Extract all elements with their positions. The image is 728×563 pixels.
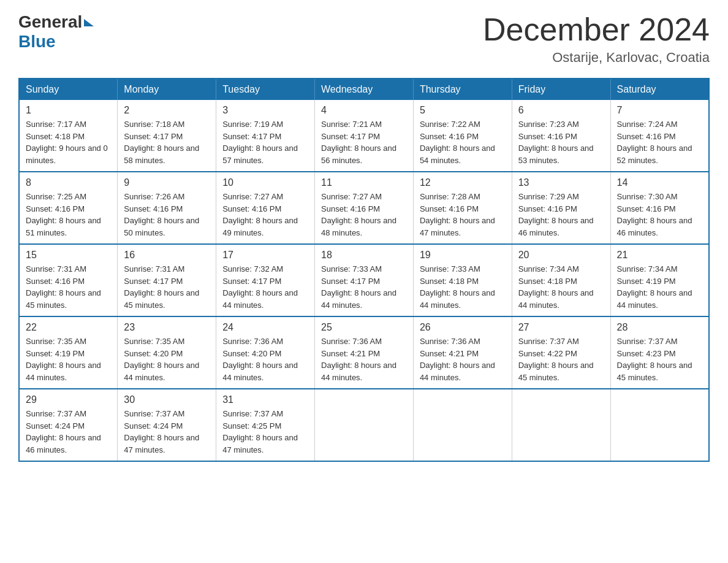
calendar-day-20: 20 Sunrise: 7:34 AMSunset: 4:18 PMDaylig… bbox=[512, 244, 610, 316]
day-info: Sunrise: 7:35 AMSunset: 4:19 PMDaylight:… bbox=[26, 337, 101, 382]
day-number: 30 bbox=[124, 394, 210, 405]
day-number: 18 bbox=[321, 250, 407, 261]
logo-general-text: General bbox=[18, 12, 82, 32]
day-info: Sunrise: 7:33 AMSunset: 4:17 PMDaylight:… bbox=[321, 264, 396, 310]
day-info: Sunrise: 7:26 AMSunset: 4:16 PMDaylight:… bbox=[124, 192, 199, 237]
weekday-header-tuesday: Tuesday bbox=[216, 79, 315, 100]
title-section: December 2024 Ostarije, Karlovac, Croati… bbox=[483, 12, 710, 66]
weekday-header-wednesday: Wednesday bbox=[315, 79, 414, 100]
page-header: General Blue December 2024 Ostarije, Kar… bbox=[18, 12, 710, 66]
day-info: Sunrise: 7:21 AMSunset: 4:17 PMDaylight:… bbox=[321, 120, 396, 165]
month-title: December 2024 bbox=[483, 12, 710, 47]
day-info: Sunrise: 7:23 AMSunset: 4:16 PMDaylight:… bbox=[518, 120, 594, 165]
day-info: Sunrise: 7:37 AMSunset: 4:24 PMDaylight:… bbox=[124, 409, 199, 454]
logo-arrow-icon bbox=[84, 19, 94, 26]
calendar-day-26: 26 Sunrise: 7:36 AMSunset: 4:21 PMDaylig… bbox=[413, 316, 512, 389]
calendar-day-3: 3 Sunrise: 7:19 AMSunset: 4:17 PMDayligh… bbox=[216, 100, 315, 172]
calendar-day-23: 23 Sunrise: 7:35 AMSunset: 4:20 PMDaylig… bbox=[118, 316, 216, 389]
calendar-day-11: 11 Sunrise: 7:27 AMSunset: 4:16 PMDaylig… bbox=[315, 172, 414, 244]
calendar-week-row-1: 1 Sunrise: 7:17 AMSunset: 4:18 PMDayligh… bbox=[19, 100, 709, 172]
calendar-day-30: 30 Sunrise: 7:37 AMSunset: 4:24 PMDaylig… bbox=[118, 389, 216, 461]
calendar-week-row-5: 29 Sunrise: 7:37 AMSunset: 4:24 PMDaylig… bbox=[19, 389, 709, 461]
day-number: 26 bbox=[420, 322, 506, 333]
calendar-day-19: 19 Sunrise: 7:33 AMSunset: 4:18 PMDaylig… bbox=[413, 244, 512, 316]
day-number: 1 bbox=[26, 105, 111, 116]
day-number: 9 bbox=[124, 177, 210, 188]
calendar-table: SundayMondayTuesdayWednesdayThursdayFrid… bbox=[18, 78, 710, 462]
day-number: 22 bbox=[26, 322, 111, 333]
calendar-day-9: 9 Sunrise: 7:26 AMSunset: 4:16 PMDayligh… bbox=[118, 172, 216, 244]
day-info: Sunrise: 7:37 AMSunset: 4:23 PMDaylight:… bbox=[617, 337, 692, 382]
day-info: Sunrise: 7:36 AMSunset: 4:21 PMDaylight:… bbox=[420, 337, 495, 382]
calendar-day-31: 31 Sunrise: 7:37 AMSunset: 4:25 PMDaylig… bbox=[216, 389, 315, 461]
weekday-header-thursday: Thursday bbox=[413, 79, 512, 100]
calendar-day-28: 28 Sunrise: 7:37 AMSunset: 4:23 PMDaylig… bbox=[610, 316, 709, 389]
day-info: Sunrise: 7:27 AMSunset: 4:16 PMDaylight:… bbox=[222, 192, 298, 237]
calendar-day-4: 4 Sunrise: 7:21 AMSunset: 4:17 PMDayligh… bbox=[315, 100, 414, 172]
day-number: 19 bbox=[420, 250, 506, 261]
calendar-day-10: 10 Sunrise: 7:27 AMSunset: 4:16 PMDaylig… bbox=[216, 172, 315, 244]
calendar-day-22: 22 Sunrise: 7:35 AMSunset: 4:19 PMDaylig… bbox=[19, 316, 118, 389]
calendar-day-5: 5 Sunrise: 7:22 AMSunset: 4:16 PMDayligh… bbox=[413, 100, 512, 172]
day-number: 23 bbox=[124, 322, 210, 333]
day-info: Sunrise: 7:37 AMSunset: 4:24 PMDaylight:… bbox=[26, 409, 101, 454]
day-number: 14 bbox=[617, 177, 702, 188]
day-number: 8 bbox=[26, 177, 111, 188]
calendar-day-16: 16 Sunrise: 7:31 AMSunset: 4:17 PMDaylig… bbox=[118, 244, 216, 316]
calendar-day-7: 7 Sunrise: 7:24 AMSunset: 4:16 PMDayligh… bbox=[610, 100, 709, 172]
day-number: 24 bbox=[222, 322, 308, 333]
day-info: Sunrise: 7:30 AMSunset: 4:16 PMDaylight:… bbox=[617, 192, 692, 237]
day-number: 6 bbox=[518, 105, 604, 116]
day-info: Sunrise: 7:36 AMSunset: 4:21 PMDaylight:… bbox=[321, 337, 396, 382]
calendar-day-29: 29 Sunrise: 7:37 AMSunset: 4:24 PMDaylig… bbox=[19, 389, 118, 461]
logo-blue-text: Blue bbox=[18, 32, 56, 52]
calendar-empty-cell bbox=[413, 389, 512, 461]
day-info: Sunrise: 7:29 AMSunset: 4:16 PMDaylight:… bbox=[518, 192, 594, 237]
weekday-header-sunday: Sunday bbox=[19, 79, 118, 100]
day-info: Sunrise: 7:32 AMSunset: 4:17 PMDaylight:… bbox=[222, 264, 298, 310]
day-number: 16 bbox=[124, 250, 210, 261]
day-number: 21 bbox=[617, 250, 702, 261]
calendar-day-1: 1 Sunrise: 7:17 AMSunset: 4:18 PMDayligh… bbox=[19, 100, 118, 172]
day-number: 20 bbox=[518, 250, 604, 261]
day-info: Sunrise: 7:24 AMSunset: 4:16 PMDaylight:… bbox=[617, 120, 692, 165]
calendar-day-15: 15 Sunrise: 7:31 AMSunset: 4:16 PMDaylig… bbox=[19, 244, 118, 316]
weekday-header-friday: Friday bbox=[512, 79, 610, 100]
day-info: Sunrise: 7:33 AMSunset: 4:18 PMDaylight:… bbox=[420, 264, 495, 310]
day-number: 29 bbox=[26, 394, 111, 405]
weekday-header-row: SundayMondayTuesdayWednesdayThursdayFrid… bbox=[19, 79, 709, 100]
calendar-day-14: 14 Sunrise: 7:30 AMSunset: 4:16 PMDaylig… bbox=[610, 172, 709, 244]
day-number: 7 bbox=[617, 105, 702, 116]
day-info: Sunrise: 7:19 AMSunset: 4:17 PMDaylight:… bbox=[222, 120, 298, 165]
weekday-header-monday: Monday bbox=[118, 79, 216, 100]
calendar-day-24: 24 Sunrise: 7:36 AMSunset: 4:20 PMDaylig… bbox=[216, 316, 315, 389]
day-info: Sunrise: 7:37 AMSunset: 4:25 PMDaylight:… bbox=[222, 409, 298, 454]
day-number: 5 bbox=[420, 105, 506, 116]
day-info: Sunrise: 7:18 AMSunset: 4:17 PMDaylight:… bbox=[124, 120, 199, 165]
day-number: 3 bbox=[222, 105, 308, 116]
day-number: 11 bbox=[321, 177, 407, 188]
calendar-week-row-2: 8 Sunrise: 7:25 AMSunset: 4:16 PMDayligh… bbox=[19, 172, 709, 244]
day-number: 31 bbox=[222, 394, 308, 405]
day-number: 10 bbox=[222, 177, 308, 188]
day-info: Sunrise: 7:25 AMSunset: 4:16 PMDaylight:… bbox=[26, 192, 101, 237]
day-number: 25 bbox=[321, 322, 407, 333]
day-info: Sunrise: 7:36 AMSunset: 4:20 PMDaylight:… bbox=[222, 337, 298, 382]
calendar-day-21: 21 Sunrise: 7:34 AMSunset: 4:19 PMDaylig… bbox=[610, 244, 709, 316]
location-text: Ostarije, Karlovac, Croatia bbox=[483, 50, 710, 66]
day-number: 12 bbox=[420, 177, 506, 188]
day-info: Sunrise: 7:35 AMSunset: 4:20 PMDaylight:… bbox=[124, 337, 199, 382]
calendar-empty-cell bbox=[315, 389, 414, 461]
day-number: 15 bbox=[26, 250, 111, 261]
day-info: Sunrise: 7:17 AMSunset: 4:18 PMDaylight:… bbox=[26, 120, 108, 165]
calendar-day-13: 13 Sunrise: 7:29 AMSunset: 4:16 PMDaylig… bbox=[512, 172, 610, 244]
day-info: Sunrise: 7:31 AMSunset: 4:16 PMDaylight:… bbox=[26, 264, 101, 310]
day-info: Sunrise: 7:34 AMSunset: 4:18 PMDaylight:… bbox=[518, 264, 594, 310]
day-info: Sunrise: 7:28 AMSunset: 4:16 PMDaylight:… bbox=[420, 192, 495, 237]
calendar-empty-cell bbox=[512, 389, 610, 461]
calendar-day-27: 27 Sunrise: 7:37 AMSunset: 4:22 PMDaylig… bbox=[512, 316, 610, 389]
calendar-empty-cell bbox=[610, 389, 709, 461]
day-info: Sunrise: 7:37 AMSunset: 4:22 PMDaylight:… bbox=[518, 337, 594, 382]
day-info: Sunrise: 7:34 AMSunset: 4:19 PMDaylight:… bbox=[617, 264, 692, 310]
calendar-day-17: 17 Sunrise: 7:32 AMSunset: 4:17 PMDaylig… bbox=[216, 244, 315, 316]
